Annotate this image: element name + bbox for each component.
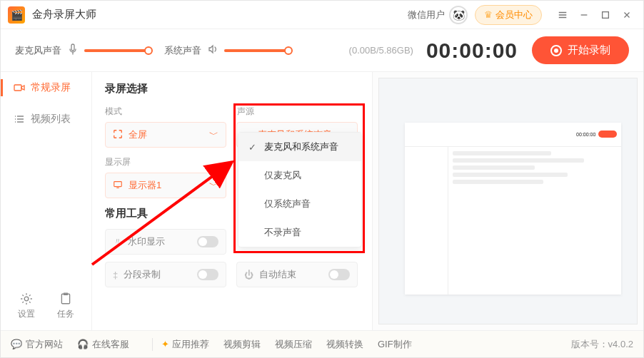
crown-icon: ♛ — [484, 9, 493, 20]
chevron-down-icon: ﹀ — [209, 128, 218, 141]
display-value: 显示器1 — [129, 179, 161, 192]
headset-icon: 🎧 — [77, 339, 89, 349]
disk-usage: (0.00B/5.86GB) — [349, 45, 413, 56]
source-option-mic-only[interactable]: 仅麦克风 — [238, 161, 361, 190]
nav-video-list[interactable]: 视频列表 — [1, 103, 91, 135]
mic-volume-slider[interactable] — [84, 49, 149, 52]
start-record-button[interactable]: 开始录制 — [532, 36, 629, 64]
vip-label: 会员中心 — [495, 9, 533, 21]
watermark-toggle[interactable] — [197, 236, 218, 247]
nav-list-label: 视频列表 — [31, 113, 71, 126]
source-option-system-only[interactable]: 仅系统声音 — [238, 190, 361, 218]
mode-label: 模式 — [105, 106, 227, 118]
nav-record-label: 常规录屏 — [31, 81, 71, 94]
settings-label: 设置 — [18, 308, 35, 320]
source-option-no-audio[interactable]: 不录声音 — [238, 218, 361, 247]
source-dropdown: 麦克风和系统声音 仅麦克风 仅系统声音 不录声音 — [238, 132, 362, 247]
record-timer: 00:00:00 — [426, 39, 518, 63]
footer-edit[interactable]: 视频剪辑 — [223, 338, 261, 351]
svg-rect-4 — [114, 181, 122, 186]
version-label: 版本号：v4.0.2 — [571, 338, 633, 351]
settings-button[interactable]: 设置 — [18, 292, 35, 320]
section-title: 录屏选择 — [105, 82, 359, 96]
system-volume-slider[interactable] — [224, 49, 288, 52]
expand-icon — [113, 129, 123, 141]
tasks-label: 任务 — [57, 308, 74, 320]
mode-select[interactable]: 全屏 ﹀ — [105, 122, 226, 148]
source-label: 声源 — [237, 106, 359, 118]
mic-label: 麦克风声音 — [15, 44, 61, 57]
monitor-icon — [113, 180, 123, 192]
preview-panel: 00:00:00 — [372, 72, 643, 330]
display-select[interactable]: 显示器1 ﹀ — [105, 173, 226, 198]
segment-toggle[interactable] — [197, 269, 218, 280]
app-logo-icon: 🎬 — [8, 6, 25, 24]
segment-label: 分段录制 — [124, 268, 161, 281]
footer-apps[interactable]: ✦应用推荐 — [161, 338, 209, 351]
footer-compress[interactable]: 视频压缩 — [275, 338, 312, 351]
autoend-toggle[interactable] — [328, 269, 350, 280]
svg-rect-1 — [14, 85, 21, 91]
autoend-label: 自动结束 — [259, 268, 296, 281]
source-option-mic-and-system[interactable]: 麦克风和系统声音 — [238, 133, 361, 161]
wechat-user-label: 微信用户 — [408, 9, 445, 21]
tool-autoend: ⏻ 自动结束 — [236, 262, 358, 287]
avatar[interactable]: 🐼 — [449, 6, 468, 24]
record-label: 开始录制 — [568, 44, 610, 57]
tool-segment: ‡ 分段录制 — [105, 262, 226, 287]
menu-button[interactable] — [553, 6, 572, 24]
chat-icon: 💬 — [11, 339, 22, 349]
footer-convert[interactable]: 视频转换 — [326, 338, 363, 351]
vip-center-button[interactable]: ♛ 会员中心 — [475, 5, 542, 25]
footer-support[interactable]: 🎧在线客服 — [77, 338, 129, 351]
tasks-button[interactable]: 任务 — [57, 292, 74, 320]
svg-rect-0 — [603, 11, 609, 18]
maximize-button[interactable] — [596, 6, 615, 24]
watermark-label: 水印显示 — [128, 235, 165, 248]
tool-watermark: 〃 水印显示 — [105, 229, 226, 255]
record-icon — [550, 45, 562, 56]
footer-official-site[interactable]: 💬官方网站 — [11, 338, 63, 351]
camera-icon — [14, 82, 25, 93]
display-label: 显示屏 — [105, 156, 231, 168]
microphone-icon[interactable] — [67, 44, 79, 57]
system-audio-label: 系统声音 — [164, 44, 201, 57]
app-title: 金舟录屏大师 — [32, 8, 96, 21]
svg-point-2 — [24, 297, 29, 301]
chevron-down-icon: ﹀ — [209, 179, 218, 192]
segment-icon: ‡ — [113, 270, 118, 280]
gear-icon — [20, 292, 33, 305]
nav-record[interactable]: 常规录屏 — [1, 72, 91, 103]
footer-gif[interactable]: GIF制作 — [378, 338, 412, 351]
watermark-icon: 〃 — [113, 235, 122, 248]
sparkle-icon: ✦ — [161, 339, 169, 349]
mode-value: 全屏 — [129, 128, 147, 141]
svg-rect-3 — [62, 294, 70, 304]
power-icon: ⏻ — [244, 270, 253, 280]
speaker-icon[interactable] — [207, 44, 218, 57]
list-icon — [14, 113, 25, 125]
minimize-button[interactable] — [575, 6, 593, 24]
close-button[interactable] — [618, 6, 636, 24]
clipboard-icon — [59, 292, 72, 305]
